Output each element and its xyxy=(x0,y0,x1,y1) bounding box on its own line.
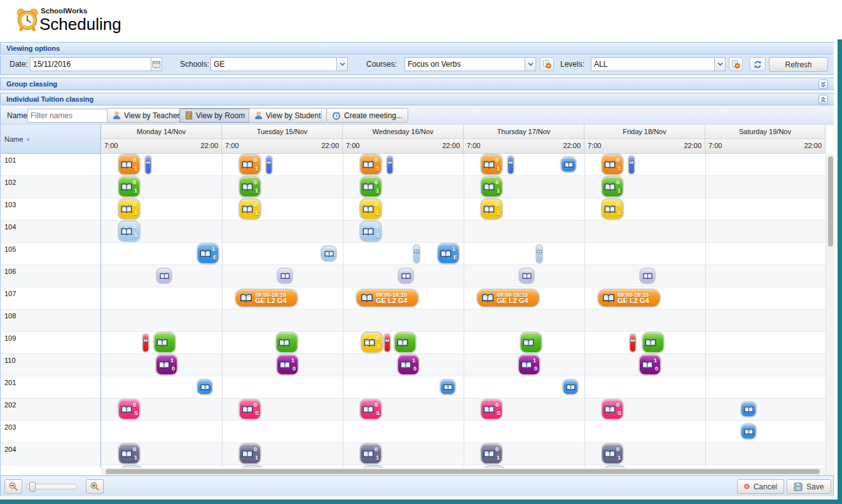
vertical-scrollbar[interactable] xyxy=(825,154,834,475)
vertical-scrollbar-thumb[interactable] xyxy=(828,156,833,247)
remove-filter-icon[interactable] xyxy=(729,57,743,71)
event-icon[interactable] xyxy=(639,268,656,284)
event-icon[interactable] xyxy=(628,155,635,175)
event-icon[interactable] xyxy=(265,155,273,175)
event-icon[interactable]: 01 xyxy=(118,154,141,175)
event-line1: 0 xyxy=(133,180,136,186)
event-icon[interactable]: 01 xyxy=(480,198,503,220)
individual-tuition-panel-header[interactable]: Individual Tuition classing xyxy=(0,93,834,106)
name-column-header[interactable]: Name ▲ xyxy=(1,125,101,154)
event-icon[interactable]: 10 xyxy=(518,354,541,376)
event-icon[interactable]: 01 xyxy=(359,198,382,220)
event-icon[interactable] xyxy=(144,155,152,175)
event-icon[interactable] xyxy=(507,155,514,175)
event-icon[interactable] xyxy=(156,268,172,284)
zoom-slider[interactable] xyxy=(26,484,77,489)
refresh-button[interactable]: Refresh xyxy=(769,57,828,72)
event-icon[interactable] xyxy=(394,332,417,353)
zoom-out-button[interactable] xyxy=(4,479,22,494)
event-line1: 0 xyxy=(375,180,378,186)
event-icon[interactable]: 01 xyxy=(238,154,261,175)
horizontal-scrollbar[interactable] xyxy=(101,468,825,475)
event-icon[interactable] xyxy=(197,379,213,395)
event-icon[interactable] xyxy=(275,332,298,353)
event-icon[interactable]: 01 xyxy=(359,176,382,198)
create-meeting-button[interactable]: Create meeting... xyxy=(326,108,408,123)
event-icon[interactable]: 01 xyxy=(601,154,624,175)
event-icon[interactable] xyxy=(321,245,337,262)
event-icon[interactable] xyxy=(413,244,420,264)
double-chevron-up-icon[interactable] xyxy=(818,95,828,104)
event-icon[interactable] xyxy=(560,156,577,173)
event-icon[interactable] xyxy=(562,379,579,395)
event-icon[interactable]: 10 xyxy=(397,354,420,376)
event-icon[interactable]: 0S xyxy=(480,398,503,420)
event-icon[interactable] xyxy=(142,333,149,353)
event-icon[interactable]: 0S xyxy=(118,398,141,420)
event-icon[interactable]: 01 xyxy=(118,221,141,242)
event-icon[interactable]: 01 xyxy=(238,443,261,465)
event-icon[interactable]: 09:00-16:15GE L2 G4 xyxy=(355,289,419,308)
event-icon[interactable]: 01 xyxy=(601,176,624,198)
event-icon[interactable]: 09:00-16:15GE L2 G4 xyxy=(235,289,298,308)
event-icon[interactable]: 01 xyxy=(238,176,261,198)
date-input[interactable] xyxy=(30,57,151,71)
courses-input[interactable] xyxy=(404,57,525,71)
double-chevron-down-icon[interactable] xyxy=(818,79,828,89)
event-icon[interactable]: 09:00-16:15GE L2 G4 xyxy=(597,289,661,308)
event-icon[interactable] xyxy=(277,268,293,284)
group-classing-panel-header[interactable]: Group classing xyxy=(0,78,834,90)
event-icon[interactable] xyxy=(386,155,394,175)
event-line1: 0 xyxy=(133,158,136,163)
event-icon[interactable]: 01 xyxy=(601,443,624,465)
event-icon[interactable]: 01 xyxy=(118,176,141,198)
event-icon[interactable] xyxy=(740,401,757,418)
event-icon[interactable]: 01 xyxy=(238,198,261,220)
horizontal-scrollbar-thumb[interactable] xyxy=(106,469,820,474)
event-icon[interactable]: 01 xyxy=(480,154,503,175)
cancel-button[interactable]: Cancel xyxy=(737,479,784,494)
chevron-down-icon[interactable] xyxy=(336,57,348,71)
event-icon[interactable]: 01 xyxy=(601,198,624,220)
event-icon[interactable]: 01 xyxy=(480,176,503,198)
event-icon[interactable] xyxy=(642,332,665,353)
event-icon[interactable]: 01 xyxy=(480,443,503,465)
event-icon[interactable]: 10 xyxy=(638,354,661,376)
event-icon[interactable]: 1E xyxy=(197,243,219,264)
view-by-room-button[interactable]: View by Room xyxy=(179,108,251,123)
event-icon[interactable]: 10 xyxy=(155,354,178,376)
event-icon[interactable]: 1E xyxy=(437,243,460,264)
event-icon[interactable]: 10 xyxy=(276,354,299,376)
event-icon[interactable]: 01 xyxy=(118,443,141,465)
event-icon[interactable]: 09:00-16:15GE L2 G4 xyxy=(476,289,540,308)
view-by-teacher-button[interactable]: View by Teacher xyxy=(107,108,186,123)
event-icon[interactable]: 01 xyxy=(118,198,141,220)
view-by-student-button[interactable]: View by Student xyxy=(249,108,327,123)
chevron-down-icon[interactable] xyxy=(714,57,726,71)
refresh-icon[interactable] xyxy=(749,57,766,71)
event-icon[interactable] xyxy=(153,332,176,353)
event-icon[interactable]: 01 xyxy=(359,154,382,175)
event-icon[interactable] xyxy=(629,333,637,353)
zoom-slider-thumb[interactable] xyxy=(29,482,36,492)
event-icon[interactable] xyxy=(740,423,757,440)
schools-input[interactable] xyxy=(210,57,336,71)
zoom-in-button[interactable] xyxy=(86,479,104,494)
save-button[interactable]: Save xyxy=(787,479,831,494)
calendar-icon[interactable] xyxy=(151,57,162,71)
event-icon[interactable]: 01 xyxy=(361,332,383,353)
event-icon[interactable]: 01 xyxy=(359,221,382,242)
event-icon[interactable] xyxy=(397,268,414,284)
levels-input[interactable] xyxy=(591,57,714,71)
event-icon[interactable] xyxy=(535,244,543,264)
event-icon[interactable]: 0S xyxy=(359,398,382,420)
event-icon[interactable]: 0S xyxy=(238,398,261,420)
chevron-down-icon[interactable] xyxy=(525,57,536,71)
event-icon[interactable]: 0S xyxy=(601,398,624,420)
event-icon[interactable] xyxy=(439,379,456,395)
event-icon[interactable] xyxy=(383,333,391,353)
remove-filter-icon[interactable] xyxy=(540,57,554,71)
event-icon[interactable] xyxy=(520,332,542,353)
event-icon[interactable] xyxy=(518,268,535,284)
event-icon[interactable]: 01 xyxy=(359,443,382,465)
